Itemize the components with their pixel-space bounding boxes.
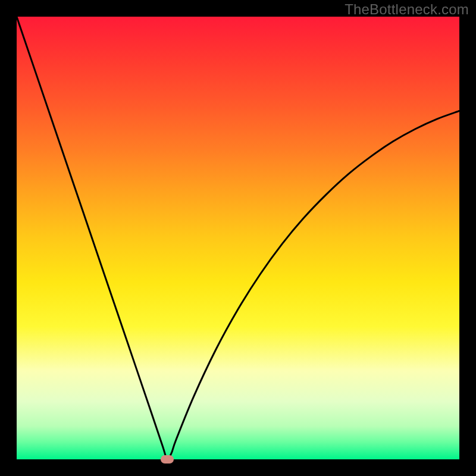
chart-frame: TheBottleneck.com xyxy=(0,0,476,476)
watermark-text: TheBottleneck.com xyxy=(345,1,469,18)
plot-area xyxy=(17,17,459,459)
bottleneck-curve xyxy=(17,17,459,459)
minimum-marker xyxy=(161,455,174,464)
curve-svg xyxy=(17,17,459,459)
